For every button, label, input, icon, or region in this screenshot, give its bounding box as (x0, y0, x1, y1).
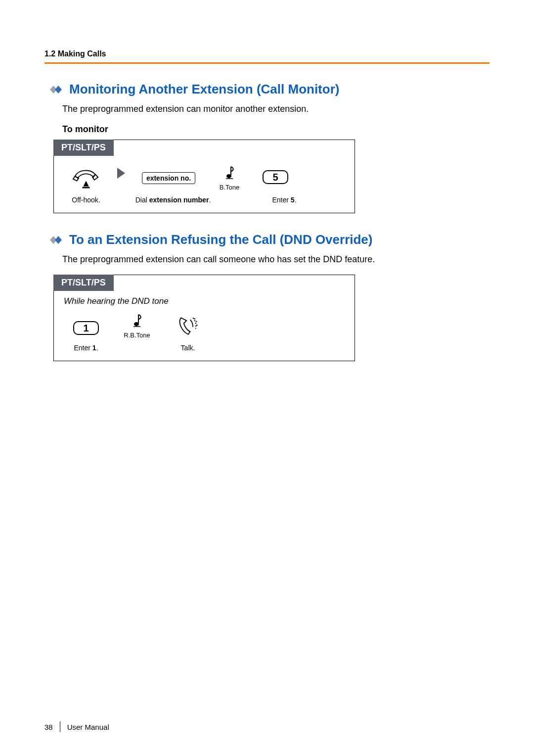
step-key5: 5 (256, 170, 295, 184)
svg-point-10 (194, 318, 195, 319)
music-note-icon (132, 313, 142, 330)
header-rule (44, 62, 490, 64)
handset-talk-icon (177, 315, 199, 339)
procedure2-captions: Enter 1. Talk. (54, 344, 355, 352)
caption-enter1-bold: 1 (92, 344, 96, 352)
svg-marker-2 (83, 181, 89, 187)
procedure2-note: While hearing the DND tone (64, 296, 355, 306)
caption-dial-bold: extension number (149, 196, 209, 204)
caption-enter1-pre: Enter (74, 344, 92, 352)
svg-point-12 (196, 325, 197, 326)
music-note-icon (224, 165, 235, 182)
caption-talk: Talk. (166, 344, 210, 352)
handset-offhook-icon (72, 167, 100, 191)
caption-offhook: Off-hook. (64, 196, 108, 204)
caption-enter5-post: . (295, 196, 297, 204)
procedure-box-1: PT/SLT/PS extension no. (53, 140, 355, 213)
section-heading-2: To an Extension Refusing the Call (DND O… (69, 232, 373, 247)
procedure2-steps: 1 R.B.Tone (54, 308, 355, 344)
step-btone: B.Tone (212, 165, 247, 191)
page-number: 38 (44, 723, 53, 731)
step-offhook (64, 167, 108, 191)
procedure-tab-2: PT/SLT/PS (53, 275, 114, 291)
svg-marker-1 (55, 86, 62, 94)
svg-marker-7 (55, 236, 62, 244)
caption-enter1-post: . (96, 344, 98, 352)
caption-dial-post: . (209, 196, 211, 204)
caption-enter1: Enter 1. (64, 344, 108, 352)
procedure-box-2: PT/SLT/PS While hearing the DND tone 1 R… (53, 275, 355, 361)
section1-intro: The preprogrammed extension can monitor … (62, 104, 490, 114)
dial-key-5: 5 (263, 170, 288, 184)
page-footer: 38 User Manual (44, 721, 109, 732)
running-head: 1.2 Making Calls (44, 49, 490, 58)
diamond-bullet-icon (49, 236, 64, 244)
footer-separator (60, 721, 60, 732)
svg-rect-3 (83, 187, 90, 189)
step-dial-ext: extension no. (134, 172, 203, 184)
step-talk (166, 315, 210, 339)
svg-point-8 (134, 322, 139, 326)
extension-number-box: extension no. (142, 172, 195, 184)
procedure1-captions: Off-hook. Dial extension number. Enter 5… (54, 196, 355, 204)
section2-intro: The preprogrammed extension can call som… (62, 254, 490, 265)
step-rbtone: R.B.Tone (117, 313, 157, 339)
caption-dial-pre: Dial (135, 196, 149, 204)
caption-dial: Dial extension number. (134, 196, 212, 204)
section-heading-1: Monitoring Another Extension (Call Monit… (69, 82, 339, 97)
dial-key-1: 1 (73, 321, 98, 335)
arrow-icon (117, 168, 125, 179)
caption-enter5-bold: 5 (291, 196, 295, 204)
svg-point-11 (196, 321, 197, 322)
procedure-tab-1: PT/SLT/PS (53, 140, 114, 156)
footer-doc-title: User Manual (67, 723, 109, 731)
section1-subheading: To monitor (62, 124, 490, 135)
caption-enter5-pre: Enter (272, 196, 290, 204)
procedure1-steps: extension no. B.Tone 5 (54, 156, 355, 196)
step-key1: 1 (64, 321, 108, 335)
svg-point-4 (226, 174, 231, 178)
diamond-bullet-icon (49, 85, 64, 94)
section-title-1: Monitoring Another Extension (Call Monit… (49, 82, 490, 97)
btone-label: B.Tone (220, 184, 239, 191)
rbtone-label: R.B.Tone (124, 331, 150, 339)
caption-enter5: Enter 5. (265, 196, 304, 204)
section-title-2: To an Extension Refusing the Call (DND O… (49, 232, 490, 247)
